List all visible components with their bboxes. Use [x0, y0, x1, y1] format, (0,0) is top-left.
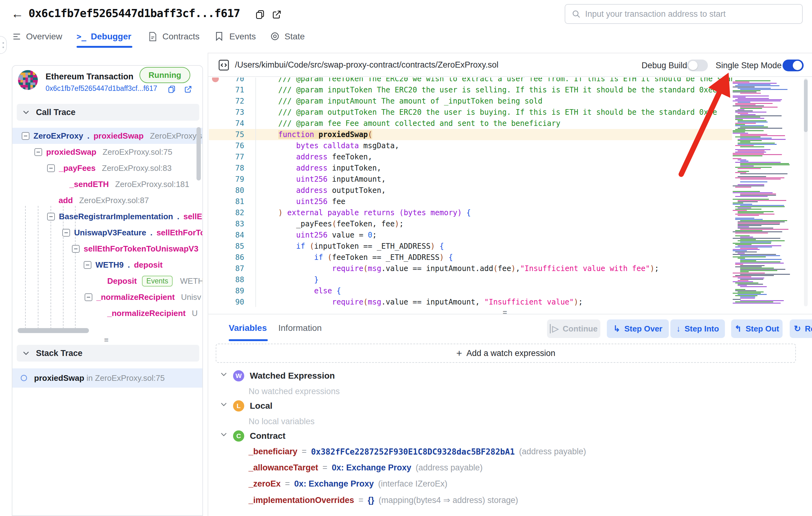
tab-variables[interactable]: Variables: [229, 323, 267, 333]
code-text: _payFees(feeToken, fee);: [260, 218, 732, 229]
line-number[interactable]: 70: [209, 78, 244, 84]
code-line: 84 uint256 value = 0;: [209, 229, 732, 241]
single-step-mode-toggle[interactable]: [783, 59, 804, 71]
code-editor[interactable]: 70 /// @param feeToken The ERC20 we wish…: [209, 78, 732, 307]
call-trace-header[interactable]: Call Trace: [17, 104, 199, 120]
line-number[interactable]: 87: [209, 263, 244, 274]
line-number[interactable]: 78: [209, 162, 244, 174]
line-number[interactable]: 79: [209, 174, 244, 185]
line-number[interactable]: 83: [209, 218, 244, 229]
search-input[interactable]: [585, 9, 796, 19]
line-number[interactable]: 74: [209, 118, 244, 129]
line-number[interactable]: 72: [209, 96, 244, 107]
line-number[interactable]: 77: [209, 151, 244, 162]
var-section-contract[interactable]: CContract: [221, 430, 285, 441]
code-minimap[interactable]: [731, 78, 793, 305]
restart-button[interactable]: ↻Restart: [790, 319, 812, 338]
line-number[interactable]: 81: [209, 196, 244, 207]
collapse-box-icon[interactable]: [62, 229, 70, 237]
trace-fn: deposit: [134, 260, 163, 270]
continue-button[interactable]: ▷Continue: [547, 319, 600, 338]
debug-build-toggle[interactable]: [687, 59, 708, 71]
line-number[interactable]: 88: [209, 274, 244, 285]
button-label: Restart: [805, 324, 812, 334]
file-icon: [148, 32, 158, 42]
vertical-scrollbar[interactable]: [197, 127, 201, 181]
variable-row[interactable]: _beneficiary=0x382fFCe2287252F930E1C8DC9…: [249, 447, 586, 457]
line-number[interactable]: 71: [209, 84, 244, 96]
step-out-button[interactable]: ↰Step Out: [731, 319, 783, 338]
line-number[interactable]: 84: [209, 229, 244, 241]
collapse-box-icon[interactable]: [47, 164, 55, 172]
trace-loc: ZeroExProxy.sol:83: [100, 163, 172, 173]
trace-fn: Deposit: [107, 276, 137, 286]
line-number[interactable]: 76: [209, 140, 244, 151]
call-trace-row[interactable]: ZeroExProxy.proxiedSwap ZeroExProxy.sol:: [12, 128, 203, 144]
call-trace-row[interactable]: BaseRegistrarImplementation.sellEt: [12, 208, 203, 224]
call-trace-row[interactable]: proxiedSwap ZeroExProxy.sol:75: [12, 144, 203, 160]
call-trace-row[interactable]: WETH9.deposit: [12, 257, 203, 273]
code-text: address inputToken,: [260, 162, 732, 174]
line-number[interactable]: 90: [209, 296, 244, 307]
code-line: 81 uint256 fee: [209, 196, 732, 207]
collapse-box-icon[interactable]: [85, 293, 92, 301]
call-trace-row[interactable]: sellEthForTokenToUniswapV3: [12, 241, 203, 257]
code-text: /// @param feeToken The ERC20 we wish to…: [260, 78, 732, 84]
panel-collapse-handle[interactable]: [0, 36, 7, 54]
line-number[interactable]: 75: [209, 129, 244, 140]
call-trace-row[interactable]: _sendETH ZeroExProxy.sol:181: [12, 176, 203, 192]
collapse-box-icon[interactable]: [34, 148, 42, 156]
collapse-box-icon[interactable]: [47, 213, 55, 220]
call-trace-row[interactable]: UniswapV3Feature.sellEthForTok: [12, 224, 203, 241]
add-watch-expression[interactable]: + Add a watch expression: [216, 344, 796, 363]
call-trace-row[interactable]: _normalizeRecipient Unisv: [12, 289, 203, 305]
variable-row[interactable]: _zeroEx=0x: Exchange Proxy(interface IZe…: [249, 479, 447, 489]
step-out-icon: ↰: [734, 324, 742, 334]
page-title-tx-hash: 0x6c1fb7ef5265447d1baff3cf...f617: [29, 7, 240, 20]
call-trace-row[interactable]: _payFees ZeroExProxy.sol:83: [12, 160, 203, 176]
active-tab-underline: [77, 46, 132, 48]
variable-value: 0x: Exchange Proxy: [331, 463, 411, 472]
code-line: 85 if (inputToken == _ETH_ADDRESS) {: [209, 241, 732, 252]
line-number[interactable]: 89: [209, 285, 244, 296]
stack-frame-row[interactable]: proxiedSwap in ZeroExProxy.sol:75: [12, 369, 203, 388]
open-hash-external-icon[interactable]: [184, 85, 193, 93]
horizontal-scrollbar[interactable]: [18, 328, 89, 333]
collapse-box-icon[interactable]: [22, 132, 29, 140]
stack-trace-header[interactable]: Stack Trace: [17, 345, 199, 361]
tab-overview[interactable]: Overview: [12, 32, 62, 42]
back-icon[interactable]: ←: [11, 7, 24, 21]
tab-events[interactable]: Events: [215, 32, 256, 42]
external-link-icon[interactable]: [271, 9, 282, 20]
trace-fn: sellEt: [183, 212, 203, 221]
transaction-hash-link[interactable]: 0x6c1fb7ef5265447d1baff3cf...f617: [46, 84, 157, 93]
collapse-box-icon[interactable]: [72, 245, 80, 253]
variable-value: {}: [368, 495, 374, 505]
var-section-local[interactable]: LLocal: [221, 400, 272, 411]
empty-state-text: No watched expressions: [249, 387, 340, 396]
line-number[interactable]: 86: [209, 252, 244, 263]
code-line: 86 if (feeToken == _ETH_ADDRESS) {: [209, 252, 732, 263]
variable-row[interactable]: _allowanceTarget=0x: Exchange Proxy(addr…: [249, 463, 483, 472]
line-number[interactable]: 80: [209, 185, 244, 196]
line-number[interactable]: 85: [209, 241, 244, 252]
tab-information[interactable]: Information: [278, 323, 322, 333]
line-number[interactable]: 73: [209, 107, 244, 118]
line-number[interactable]: 82: [209, 207, 244, 218]
tab-debugger[interactable]: >_Debugger: [77, 32, 132, 42]
collapse-box-icon[interactable]: [84, 261, 91, 269]
editor-scrollbar-thumb[interactable]: [804, 79, 808, 132]
copy-hash-icon[interactable]: [167, 85, 176, 93]
copy-icon[interactable]: [255, 9, 265, 20]
variable-row[interactable]: _implementationOverrides={}(mapping(byte…: [249, 495, 518, 505]
sidebar-splitter-handle[interactable]: =: [104, 338, 109, 342]
call-trace-row[interactable]: _normalizeRecipient U: [12, 305, 203, 321]
step-over-button[interactable]: ↳Step Over: [607, 319, 669, 338]
variable-name: _beneficiary: [249, 447, 297, 457]
step-into-button[interactable]: ↓Step Into: [670, 319, 725, 338]
var-section-watched-expression[interactable]: WWatched Expression: [221, 370, 335, 381]
tab-state[interactable]: State: [270, 32, 304, 42]
tab-contracts[interactable]: Contracts: [148, 32, 200, 42]
call-trace-row[interactable]: add ZeroExProxy.sol:87: [12, 192, 203, 208]
call-trace-row[interactable]: DepositEvents WETH: [12, 273, 203, 289]
